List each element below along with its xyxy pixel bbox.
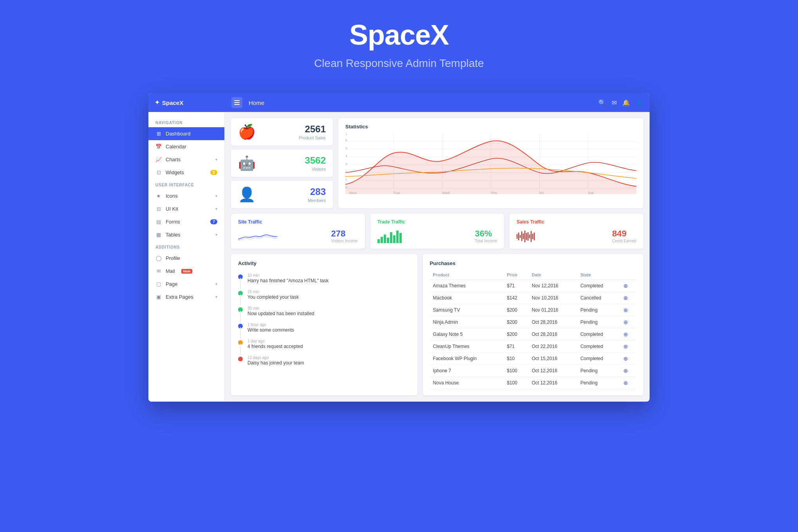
- mail-icon[interactable]: ✉: [612, 99, 617, 106]
- sidebar-item-forms[interactable]: ▤ Forms 7: [148, 215, 224, 228]
- stat-label: Members: [262, 198, 326, 203]
- svg-text:Wed: Wed: [442, 191, 450, 195]
- table-row: Nova House $100 Oct 12,2016 Pending ⊕: [430, 377, 636, 389]
- bar: [393, 235, 395, 243]
- cell-state: Pending: [577, 316, 620, 328]
- row-action-icon[interactable]: ⊕: [623, 355, 628, 362]
- svg-text:1: 1: [345, 178, 347, 181]
- activity-time: 15 min: [247, 290, 299, 294]
- site-traffic-bottom: 278 Visitors Income: [238, 229, 358, 243]
- row-action-icon[interactable]: ⊕: [623, 368, 628, 374]
- row-action-icon[interactable]: ⊕: [623, 295, 628, 301]
- sidebar-item-dashboard[interactable]: ⊞ Dashboard: [148, 127, 224, 140]
- main-content: 🍎 2561 Product Sales 🤖 3562 Visitors: [225, 112, 650, 402]
- activity-time: 30 min: [247, 306, 314, 310]
- stat-value: 283: [262, 186, 326, 197]
- cell-date: Oct 12,2016: [529, 365, 577, 377]
- chevron-down-icon: ▾: [215, 233, 217, 237]
- sidebar-item-calendar[interactable]: 📅 Calendar: [148, 140, 224, 153]
- col-date: Date: [529, 270, 577, 280]
- icons-icon: ★: [155, 193, 162, 199]
- row-action-icon[interactable]: ⊕: [623, 283, 628, 289]
- stat-value: 2561: [262, 124, 326, 135]
- sidebar-item-page[interactable]: ▢ Page ▾: [148, 278, 224, 290]
- table-row: Macbook $142 Nov 10,2016 Cancelled ⊕: [430, 292, 636, 304]
- row-action-icon[interactable]: ⊕: [623, 343, 628, 350]
- sidebar: Navigation ⊞ Dashboard 📅 Calendar 📈 Char…: [148, 112, 225, 402]
- cell-action[interactable]: ⊕: [620, 377, 636, 389]
- trade-traffic-bottom: 36% Total Income: [377, 229, 497, 243]
- cell-date: Nov 10,2016: [529, 292, 577, 304]
- page-icon: ▢: [155, 281, 162, 287]
- cell-product: Facebook WP Plugin: [430, 353, 504, 365]
- sidebar-item-mail[interactable]: ✉ Mail New: [148, 265, 224, 278]
- cell-action[interactable]: ⊕: [620, 292, 636, 304]
- cell-action[interactable]: ⊕: [620, 328, 636, 341]
- table-row: Facebook WP Plugin $10 Oct 15,2016 Compl…: [430, 353, 636, 365]
- svg-text:Thu: Thu: [491, 191, 497, 195]
- top-bar: ✦ SpaceX Home 🔍 ✉ 🔔 👤: [148, 93, 650, 112]
- chevron-down-icon: ▾: [215, 295, 217, 299]
- cell-price: $10: [504, 353, 529, 365]
- cell-action[interactable]: ⊕: [620, 304, 636, 316]
- site-traffic-label: Visitors Income: [331, 239, 357, 243]
- sidebar-item-profile[interactable]: ◯ Profile: [148, 252, 224, 265]
- stat-card-members: 👤 283 Members: [231, 181, 333, 208]
- sidebar-item-label: Tables: [166, 232, 181, 238]
- cell-state: Completed: [577, 328, 620, 341]
- cell-action[interactable]: ⊕: [620, 341, 636, 353]
- sidebar-item-charts[interactable]: 📈 Charts ▾: [148, 153, 224, 166]
- activity-dot: [238, 274, 243, 279]
- sidebar-item-label: UI Kit: [166, 206, 178, 212]
- activity-content: 1 day ago 4 friends request accepted: [247, 339, 303, 349]
- logo-icon: ✦: [155, 99, 160, 106]
- stat-card-apple: 🍎 2561 Product Sales: [231, 118, 333, 146]
- cell-action[interactable]: ⊕: [620, 316, 636, 328]
- row-action-icon[interactable]: ⊕: [623, 319, 628, 325]
- sidebar-item-icons[interactable]: ★ Icons ▾: [148, 189, 224, 202]
- row-action-icon[interactable]: ⊕: [623, 331, 628, 337]
- activity-content: 10 min Harry has finished "Amoza HTML" t…: [247, 273, 329, 283]
- sidebar-item-ui-kit[interactable]: ⊟ UI Kit ▾: [148, 202, 224, 215]
- activity-item: 1 hour ago Write some comments: [238, 319, 410, 336]
- stat-info: 283 Members: [262, 186, 326, 203]
- table-row: Amaza Themes $71 Nov 12,2016 Completed ⊕: [430, 280, 636, 292]
- search-icon[interactable]: 🔍: [598, 99, 606, 106]
- forms-badge: 7: [210, 219, 217, 224]
- sales-traffic-bottom: 849 Credit Earned: [516, 229, 636, 243]
- cell-action[interactable]: ⊕: [620, 365, 636, 377]
- cell-action[interactable]: ⊕: [620, 280, 636, 292]
- additions-section-label: Additions: [148, 241, 224, 252]
- sidebar-item-tables[interactable]: ▦ Tables ▾: [148, 228, 224, 241]
- sidebar-item-label: Forms: [166, 219, 180, 225]
- bottom-row: Activity 10 min Harry has finished "Amoz…: [231, 254, 643, 395]
- user-icon[interactable]: 👤: [636, 99, 643, 106]
- cell-action[interactable]: ⊕: [620, 353, 636, 365]
- sidebar-item-widgets[interactable]: ⊡ Widgets 0: [148, 166, 224, 179]
- site-traffic-value: 278: [331, 229, 357, 239]
- mail-sidebar-icon: ✉: [155, 268, 162, 274]
- svg-text:0: 0: [345, 186, 347, 189]
- stat-cards: 🍎 2561 Product Sales 🤖 3562 Visitors: [231, 118, 333, 208]
- candle: [534, 233, 535, 240]
- hamburger-line: [234, 100, 240, 101]
- col-price: Price: [504, 270, 529, 280]
- stat-info: 2561 Product Sales: [262, 124, 326, 140]
- activity-text: Write some comments: [247, 327, 294, 333]
- cell-product: Nova House: [430, 377, 504, 389]
- hamburger-line: [234, 104, 240, 105]
- widgets-icon: ⊡: [155, 170, 162, 175]
- col-action: [620, 270, 636, 280]
- top-bar-icons: 🔍 ✉ 🔔 👤: [598, 99, 643, 106]
- sales-traffic-title: Sales Traffic: [516, 219, 636, 225]
- row-action-icon[interactable]: ⊕: [623, 307, 628, 313]
- statistics-chart-card: Statistics: [338, 118, 643, 208]
- hamburger-button[interactable]: [231, 97, 242, 108]
- cell-date: Nov 01,2016: [529, 304, 577, 316]
- svg-text:5: 5: [345, 146, 347, 150]
- chart-title: Statistics: [345, 124, 636, 130]
- sidebar-item-extra-pages[interactable]: ▣ Extra Pages ▾: [148, 290, 224, 303]
- trade-traffic-card: Trade Traffic 36: [370, 214, 504, 249]
- bell-icon[interactable]: 🔔: [622, 99, 630, 106]
- row-action-icon[interactable]: ⊕: [623, 380, 628, 386]
